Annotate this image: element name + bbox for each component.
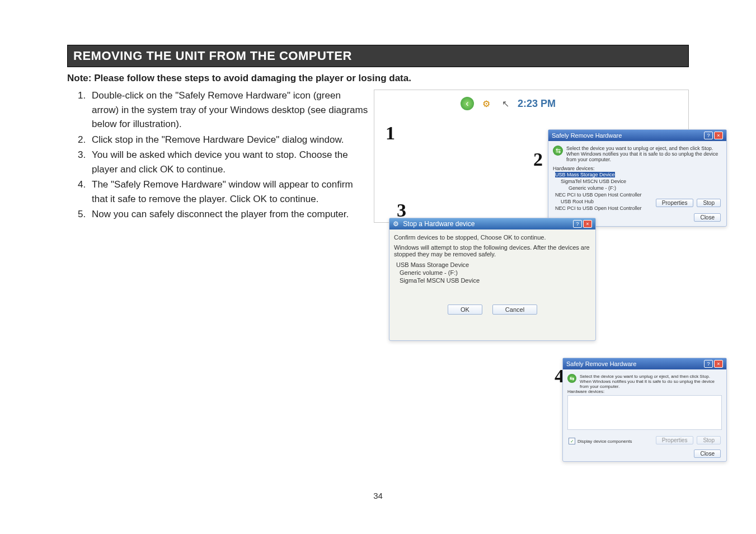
stop-button: Stop [697,436,721,444]
intro-text: Select the device you want to unplug or … [566,146,722,162]
window-title: Safely Remove Hardware [566,360,636,367]
device-item[interactable]: NEC PCI to USB Open Host Controller [553,191,722,198]
cancel-button[interactable]: Cancel [492,305,537,315]
attempt-text: Windows will attempt to stop the followi… [394,244,591,257]
safely-remove-window-2: Safely Remove Hardware ? × ⇆ Select the … [562,358,727,462]
window-title: Stop a Hardware device [403,220,475,228]
intro-text: Select the device you want to unplug or … [580,374,722,389]
help-icon[interactable]: ? [704,360,713,368]
gear-icon: ⚙ [393,220,399,228]
hardware-label: Hardware devices: [567,389,722,394]
close-button[interactable]: Close [694,449,721,458]
steps-list: Double-click on the "Safely Remove Hardw… [67,88,368,223]
help-icon[interactable]: ? [704,132,713,139]
close-icon[interactable]: × [714,360,723,368]
page-number: 34 [0,491,756,500]
callout-1: 1 [386,123,395,144]
close-icon[interactable]: × [714,132,723,139]
back-icon[interactable]: ‹ [461,97,474,110]
step-2: Click stop in the "Remove Hardware Devic… [88,133,368,147]
help-icon[interactable]: ? [573,220,582,228]
unplug-icon: ⇆ [567,374,576,383]
figure-panel: ‹ ⚙ ↖ 2:23 PM 1 2 3 4 Safely Remove Hard… [374,90,689,223]
callout-2: 2 [533,149,543,170]
step-1: Double-click on the "Safely Remove Hardw… [88,88,368,132]
close-button[interactable]: Close [694,213,721,222]
unplug-icon: ⇆ [553,146,563,156]
note-text: Note: Please follow these steps to avoid… [67,73,689,84]
device-item[interactable]: SigmaTel MSCN USB Device [553,178,722,185]
properties-button[interactable]: Properties [656,199,694,207]
confirm-text: Confirm devices to be stopped, Choose OK… [394,234,591,241]
close-icon[interactable]: × [583,220,592,228]
checkbox-label: Display device components [577,439,632,444]
stop-hardware-window: ⚙ Stop a Hardware device ? × Confirm dev… [389,218,596,341]
remove-hardware-icon[interactable]: ⚙ [480,97,493,110]
window-title: Safely Remove Hardware [552,132,622,139]
tray-clock: 2:23 PM [518,98,556,110]
safely-remove-window-1: Safely Remove Hardware ? × ⇆ Select the … [548,129,727,227]
properties-button: Properties [656,436,694,444]
cursor-icon: ↖ [499,97,512,110]
device-list-empty [567,395,722,430]
device-item[interactable]: Generic volume - (F:) [394,269,591,277]
section-heading: REMOVING THE UNIT FROM THE COMPUTER [67,45,689,67]
step-5: Now you can safely disconnect the player… [88,207,368,222]
device-item[interactable]: Generic volume - (F:) [553,185,722,191]
device-item[interactable]: SigmaTel MSCN USB Device [394,277,591,284]
step-4: The "Safely Remove Hardware" window will… [88,177,368,206]
display-components-checkbox[interactable]: ✓ [569,438,575,444]
system-tray: ‹ ⚙ ↖ 2:23 PM [461,97,680,110]
device-item-selected[interactable]: USB Mass Storage Device [555,172,615,177]
device-item[interactable]: USB Mass Storage Device [394,261,591,269]
hardware-label: Hardware devices: [553,166,722,171]
step-3: You will be asked which device you want … [88,148,368,176]
stop-button[interactable]: Stop [697,199,721,207]
ok-button[interactable]: OK [448,305,482,315]
